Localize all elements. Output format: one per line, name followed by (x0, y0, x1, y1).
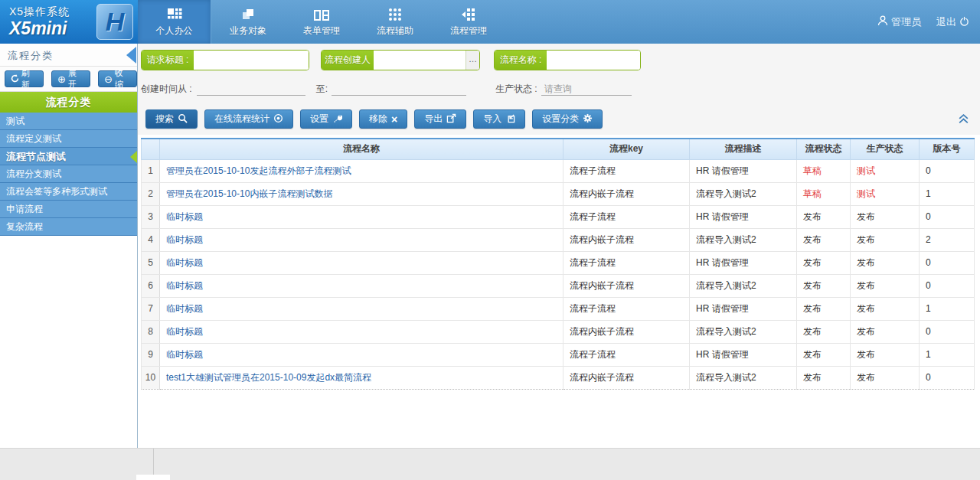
created-to-input[interactable] (332, 83, 466, 96)
sidebar-item-test[interactable]: 测试 (0, 113, 137, 130)
sidebar-toolbar: 刷新 ⊕ 展开 ⊖ 收缩 (0, 67, 137, 92)
process-name-cell: 临时标题 (160, 320, 564, 343)
process-name-link[interactable]: 临时标题 (166, 211, 203, 222)
table-row[interactable]: 6 临时标题 流程内嵌子流程 流程导入测试2 发布 发布 0 (142, 274, 975, 297)
row-number: 2 (142, 182, 160, 205)
table-row[interactable]: 9 临时标题 流程子流程 HR 请假管理 发布 发布 1 (142, 343, 975, 366)
process-name-link[interactable]: 管理员在2015-10-10内嵌子流程测试数据 (166, 188, 332, 199)
prod-status-input[interactable]: 请查询 (541, 83, 632, 96)
top-header: X5操作系统 X5mini H 个人办公 业务对象 表单管理 流程辅助 (0, 0, 980, 44)
sidebar-item-complex-process[interactable]: 复杂流程 (0, 218, 137, 236)
prod-status-cell: 测试 (851, 159, 920, 182)
main-content: 请求标题 : 流程创建人 … 流程名称 : 创建时间从 : 至: 生产状态 : … (138, 44, 980, 448)
process-name-cell: test1大雄测试管理员在2015-10-09发起dx最简流程 (160, 366, 564, 389)
row-number: 7 (142, 297, 160, 320)
export-icon (446, 113, 456, 126)
online-process-stats-button[interactable]: 在线流程统计 (204, 109, 293, 129)
tab-form-management[interactable]: 表单管理 (285, 0, 358, 44)
sidebar-item-process-node-test[interactable]: 流程节点测试 (0, 148, 137, 165)
tab-personal-office[interactable]: 个人办公 (138, 0, 211, 44)
table-row[interactable]: 10 test1大雄测试管理员在2015-10-09发起dx最简流程 流程内嵌子… (142, 366, 975, 389)
process-desc-cell: HR 请假管理 (690, 251, 797, 274)
col-header-process-status[interactable]: 流程状态 (797, 139, 851, 159)
tab-process-assist[interactable]: 流程辅助 (358, 0, 432, 44)
prod-status-cell: 发布 (851, 320, 920, 343)
set-category-button[interactable]: 设置分类 (532, 109, 603, 129)
col-header-prod-status[interactable]: 生产状态 (851, 139, 920, 159)
expand-icon: ⊕ (57, 74, 66, 84)
user-menu[interactable]: 管理员 (877, 15, 921, 29)
creator-picker-button[interactable]: … (466, 51, 479, 70)
import-button[interactable]: 导入 (473, 109, 525, 129)
wrench-icon (332, 113, 342, 126)
version-cell: 0 (920, 320, 975, 343)
table-row[interactable]: 7 临时标题 流程子流程 HR 请假管理 发布 发布 1 (142, 297, 975, 320)
process-desc-cell: HR 请假管理 (690, 343, 797, 366)
sidebar-item-process-definition-test[interactable]: 流程定义测试 (0, 130, 137, 148)
creator-input[interactable] (374, 51, 466, 70)
process-key-cell: 流程内嵌子流程 (564, 228, 690, 251)
col-header-version[interactable]: 版本号 (920, 139, 975, 159)
process-desc-cell: HR 请假管理 (690, 205, 797, 228)
row-number: 1 (142, 159, 160, 182)
table-row[interactable]: 1 管理员在2015-10-10发起流程外部子流程测试 流程子流程 HR 请假管… (142, 159, 975, 182)
business-object-icon (241, 6, 255, 21)
refresh-button[interactable]: 刷新 (5, 70, 44, 87)
request-title-input[interactable] (194, 51, 309, 70)
prod-status-cell: 发布 (851, 251, 920, 274)
process-name-field-group: 流程名称 : (494, 50, 641, 70)
tab-business-object[interactable]: 业务对象 (211, 0, 285, 44)
table-row[interactable]: 5 临时标题 流程子流程 HR 请假管理 发布 发布 0 (142, 251, 975, 274)
sidebar-item-apply-process[interactable]: 申请流程 (0, 201, 137, 218)
expand-button[interactable]: ⊕ 展开 (51, 70, 90, 87)
sidebar-item-countersign-test[interactable]: 流程会签等多种形式测试 (0, 183, 137, 201)
process-key-cell: 流程内嵌子流程 (564, 366, 690, 389)
process-key-cell: 流程子流程 (564, 205, 690, 228)
process-name-link[interactable]: test1大雄测试管理员在2015-10-09发起dx最简流程 (166, 372, 371, 383)
process-name-cell: 临时标题 (160, 343, 564, 366)
process-name-link[interactable]: 临时标题 (166, 257, 203, 268)
col-header-process-desc[interactable]: 流程描述 (690, 139, 797, 159)
sidebar-item-process-branch-test[interactable]: 流程分支测试 (0, 165, 137, 183)
process-name-link[interactable]: 管理员在2015-10-10发起流程外部子流程测试 (166, 165, 351, 176)
process-name-link[interactable]: 临时标题 (166, 326, 203, 337)
settings-button[interactable]: 设置 (300, 109, 352, 129)
created-from-input[interactable] (197, 83, 305, 96)
process-status-cell: 发布 (797, 320, 851, 343)
to-label: 至: (316, 83, 328, 96)
panel-collapse-chevron-icon[interactable] (958, 114, 969, 126)
tab-process-management[interactable]: 流程管理 (432, 0, 505, 44)
process-key-cell: 流程内嵌子流程 (564, 182, 690, 205)
process-name-link[interactable]: 临时标题 (166, 349, 203, 360)
collapse-icon: ⊖ (104, 74, 113, 84)
logout-button[interactable]: 退出 (936, 15, 969, 29)
process-key-cell: 流程内嵌子流程 (564, 274, 690, 297)
col-header-process-name[interactable]: 流程名称 (160, 139, 564, 159)
panel-collapse-arrow-icon[interactable] (126, 47, 136, 64)
form-management-icon (313, 6, 330, 21)
process-status-cell: 发布 (797, 205, 851, 228)
table-row[interactable]: 8 临时标题 流程内嵌子流程 流程导入测试2 发布 发布 0 (142, 320, 975, 343)
process-name-label: 流程名称 : (495, 51, 547, 70)
prod-status-cell: 发布 (851, 274, 920, 297)
process-name-link[interactable]: 临时标题 (166, 234, 203, 245)
close-icon: × (391, 114, 397, 125)
process-name-link[interactable]: 临时标题 (166, 280, 203, 291)
footer-band (0, 448, 980, 480)
tab-label: 个人办公 (156, 24, 193, 38)
prod-status-cell: 发布 (851, 205, 920, 228)
table-row[interactable]: 3 临时标题 流程子流程 HR 请假管理 发布 发布 0 (142, 205, 975, 228)
process-status-cell: 发布 (797, 297, 851, 320)
collapse-button[interactable]: ⊖ 收缩 (98, 70, 137, 87)
col-header-process-key[interactable]: 流程key (564, 139, 690, 159)
process-name-link[interactable]: 临时标题 (166, 303, 203, 314)
process-name-cell: 临时标题 (160, 251, 564, 274)
process-status-cell: 发布 (797, 366, 851, 389)
remove-button[interactable]: 移除 × (359, 109, 407, 129)
export-button[interactable]: 导出 (414, 109, 466, 129)
version-cell: 0 (920, 366, 975, 389)
table-row[interactable]: 4 临时标题 流程内嵌子流程 流程导入测试2 发布 发布 2 (142, 228, 975, 251)
process-name-input[interactable] (547, 51, 640, 70)
search-button[interactable]: 搜索 (145, 109, 198, 129)
table-row[interactable]: 2 管理员在2015-10-10内嵌子流程测试数据 流程内嵌子流程 流程导入测试… (142, 182, 975, 205)
